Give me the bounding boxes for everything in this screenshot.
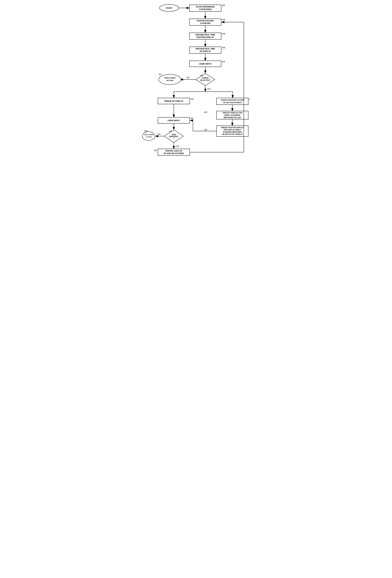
ref-410: 410: [222, 61, 225, 63]
ref-418: 418: [249, 98, 250, 100]
ref-428: 428: [144, 130, 147, 132]
node-426-label: SAVE: [172, 134, 176, 136]
node-422-label4: VALUES IN TOP OVERLAY: [222, 133, 243, 135]
ref-430: 430: [154, 149, 157, 151]
node-404-label2: CATHETER: [200, 22, 210, 24]
node-408-label: PROVIDE REAL-TIME: [196, 48, 215, 50]
start-label: START: [166, 7, 172, 9]
node-424-label: USER INPUT: [167, 119, 180, 122]
node-430-label2: EP AND PM SYSTEMS: [164, 152, 184, 155]
node-420-label3: MEASURED VALUES: [224, 117, 241, 118]
node-414-label2: ACTION: [166, 80, 173, 81]
node-420-label2: NEWLY ACQUIRED: [224, 114, 240, 116]
node-416-label: FREEZE EP DISPLAY: [164, 100, 183, 102]
node-422-label2: AND DISPLAY NEWLY: [224, 129, 241, 131]
ref-402: 402: [222, 4, 225, 6]
ref-408: 408: [222, 47, 225, 49]
node-426-label3: ?: [173, 138, 174, 139]
node-422-label: FREEZE POSITION DISPLAY: [221, 127, 244, 129]
node-402-label: PLACE REFERENCE: [196, 6, 214, 8]
node-420-label: CREATE OVERLAY FOR: [222, 112, 242, 114]
node-402-label2: CATHETER(S): [199, 8, 211, 10]
node-422-label3: ACQUIRED MEASURED: [223, 131, 242, 133]
node-428-label2: ACTION: [146, 136, 151, 138]
flowchart-svg: START PLACE REFERENCE CATHETER(S) 402 PO…: [142, 3, 250, 164]
ref-404: 404: [222, 19, 225, 21]
node-406-label: PROVIDE REAL-TIME: [196, 34, 215, 36]
ref-424: 424: [191, 117, 194, 119]
node-426-label2: SNAPSHOT: [169, 136, 178, 138]
node-412-label: FREEZE: [202, 77, 209, 79]
ref-420: 420: [204, 111, 207, 113]
node-412-no: NO: [187, 77, 190, 79]
node-412-label2: SELECTED?: [200, 79, 211, 81]
node-430-label: UPDATE LOGS OF: [165, 150, 182, 152]
node-408-label2: EP DISPLAY: [199, 50, 211, 52]
node-418-label2: OF ANY DATA POINTS: [223, 102, 242, 103]
node-428-label: TAKE OTHER: [144, 134, 153, 136]
node-426-yes: YES: [175, 145, 179, 147]
ref-414: 414: [158, 73, 162, 76]
ref-412: 412: [200, 74, 203, 76]
node-426-no: NO: [158, 133, 161, 135]
ref-416: 416: [191, 98, 194, 100]
node-412-yes: YES: [207, 88, 211, 90]
node-414-label: TAKE OTHER: [164, 77, 175, 79]
ref-426: 426: [169, 130, 172, 132]
node-418-label: PURGE POSITION SYSTEM: [221, 99, 244, 101]
node-404-label: POSITION ROVING: [196, 20, 214, 22]
node-410-label: USER INPUT: [199, 63, 211, 65]
flowchart-container: START PLACE REFERENCE CATHETER(S) 402 PO…: [142, 3, 250, 164]
ref-422: 422: [204, 129, 207, 131]
node-406-label2: POSITION DISPLAY: [196, 36, 214, 39]
ref-406: 406: [222, 33, 225, 35]
